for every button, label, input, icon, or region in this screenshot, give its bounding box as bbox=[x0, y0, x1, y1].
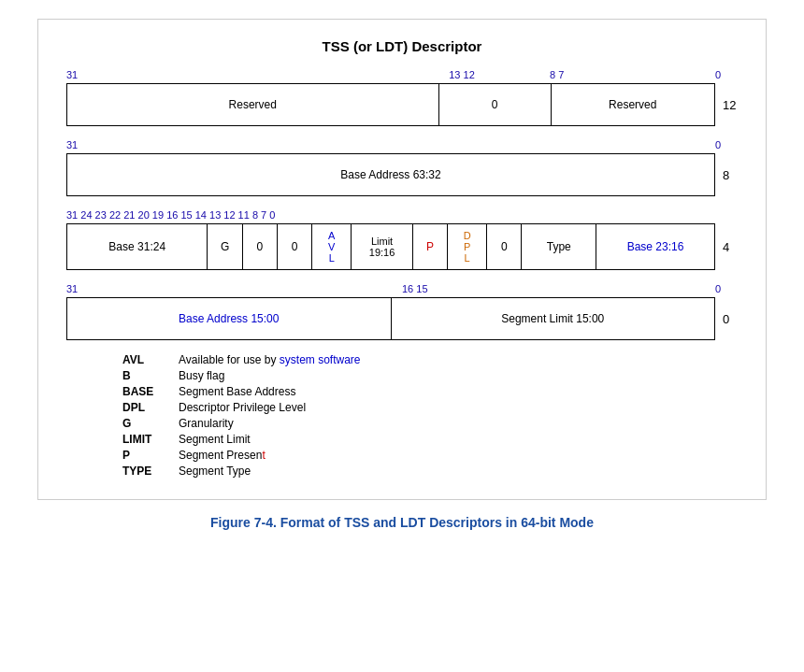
row-12-cells: Reserved 0 Reserved bbox=[66, 83, 715, 126]
legend-b: B Busy flag bbox=[122, 369, 738, 382]
cell-0-b: 0 bbox=[278, 224, 312, 269]
row-8-container: 31 0 Base Address 63:32 8 bbox=[66, 139, 738, 196]
bit-31: 31 bbox=[66, 69, 78, 80]
cell-seg-limit-1500: Segment Limit 15:00 bbox=[392, 298, 715, 339]
cell-avl: AVL bbox=[312, 224, 352, 269]
cell-g: G bbox=[208, 224, 242, 269]
row-num-12: 12 bbox=[723, 98, 738, 112]
cell-p: P bbox=[413, 224, 448, 269]
row-12-bit-labels: 31 13 12 8 7 0 bbox=[66, 69, 738, 82]
row-0-container: 31 16 15 0 Base Address 15:00 Segment Li… bbox=[66, 283, 738, 340]
cell-base-addr-1500: Base Address 15:00 bbox=[67, 298, 392, 339]
legend-val-type: Segment Type bbox=[179, 465, 251, 478]
diagram-container: TSS (or LDT) Descriptor 31 13 12 8 7 0 R… bbox=[37, 19, 767, 500]
cell-type: Type bbox=[522, 224, 596, 269]
cell-reserved-1: Reserved bbox=[67, 84, 439, 125]
row-num-0: 0 bbox=[723, 312, 738, 326]
legend-avl: AVL Available for use by system software bbox=[122, 353, 738, 366]
cell-base-addr-6332: Base Address 63:32 bbox=[67, 154, 714, 195]
row-4-container: 31 24 23 22 21 20 19 16 15 14 13 12 11 8… bbox=[66, 209, 738, 270]
row-8-cells: Base Address 63:32 bbox=[66, 153, 715, 196]
legend-key-p: P bbox=[122, 449, 179, 462]
row-0-with-num: Base Address 15:00 Segment Limit 15:00 0 bbox=[66, 297, 738, 340]
bit-0-r8: 0 bbox=[715, 139, 721, 150]
bit-31-r0: 31 bbox=[66, 283, 78, 294]
bit-87: 8 7 bbox=[550, 69, 564, 80]
legend-key-type: TYPE bbox=[122, 465, 179, 478]
legend-val-g: Granularity bbox=[179, 417, 234, 430]
bit-0-r0: 0 bbox=[715, 283, 721, 294]
row-num-4: 4 bbox=[723, 240, 738, 254]
legend-p: P Segment Present bbox=[122, 449, 738, 462]
legend-val-dpl: Descriptor Privilege Level bbox=[179, 401, 306, 414]
legend-key-base: BASE bbox=[122, 385, 179, 398]
legend-key-dpl: DPL bbox=[122, 401, 179, 414]
bit-1312: 13 12 bbox=[449, 69, 475, 80]
legend-key-g: G bbox=[122, 417, 179, 430]
row-8-bit-labels: 31 0 bbox=[66, 139, 738, 152]
row-4-cells: Base 31:24 G 0 0 AVL Limit19:16 P DPL 0 … bbox=[66, 223, 715, 270]
cell-0-c: 0 bbox=[487, 224, 522, 269]
cell-reserved-2: Reserved bbox=[552, 84, 715, 125]
legend-type: TYPE Segment Type bbox=[122, 465, 738, 478]
legend-dpl: DPL Descriptor Privilege Level bbox=[122, 401, 738, 414]
cell-base-3124: Base 31:24 bbox=[67, 224, 208, 269]
row-4-with-num: Base 31:24 G 0 0 AVL Limit19:16 P DPL 0 … bbox=[66, 223, 738, 270]
cell-0-1: 0 bbox=[439, 84, 552, 125]
cell-limit: Limit19:16 bbox=[352, 224, 413, 269]
cell-dpl: DPL bbox=[448, 224, 487, 269]
bit-31-r8: 31 bbox=[66, 139, 78, 150]
legend-val-limit: Segment Limit bbox=[179, 433, 251, 446]
row-12-with-num: Reserved 0 Reserved 12 bbox=[66, 83, 738, 126]
row-8-with-num: Base Address 63:32 8 bbox=[66, 153, 738, 196]
legend-val-b: Busy flag bbox=[179, 369, 224, 382]
legend-key-b: B bbox=[122, 369, 179, 382]
row-12-container: 31 13 12 8 7 0 Reserved 0 Reserved 12 bbox=[66, 69, 738, 126]
figure-caption: Figure 7-4. Format of TSS and LDT Descri… bbox=[210, 515, 594, 530]
row-0-cells: Base Address 15:00 Segment Limit 15:00 bbox=[66, 297, 715, 340]
bit-1615: 16 15 bbox=[402, 283, 428, 294]
legend-val-p: Segment Present bbox=[179, 449, 266, 462]
row-num-8: 8 bbox=[723, 168, 738, 182]
legend-key-avl: AVL bbox=[122, 353, 179, 366]
bit-0: 0 bbox=[715, 69, 721, 80]
legend-g: G Granularity bbox=[122, 417, 738, 430]
cell-base-2316: Base 23:16 bbox=[596, 224, 714, 269]
diagram-title: TSS (or LDT) Descriptor bbox=[66, 38, 738, 54]
legend-limit: LIMIT Segment Limit bbox=[122, 433, 738, 446]
cell-0-a: 0 bbox=[243, 224, 278, 269]
legend: AVL Available for use by system software… bbox=[66, 353, 738, 478]
row-4-bit-labels: 31 24 23 22 21 20 19 16 15 14 13 12 11 8… bbox=[66, 209, 738, 222]
row-0-bit-labels: 31 16 15 0 bbox=[66, 283, 738, 296]
legend-val-base: Segment Base Address bbox=[179, 385, 295, 398]
legend-key-limit: LIMIT bbox=[122, 433, 179, 446]
legend-base: BASE Segment Base Address bbox=[122, 385, 738, 398]
legend-val-avl: Available for use by system software bbox=[179, 353, 361, 366]
